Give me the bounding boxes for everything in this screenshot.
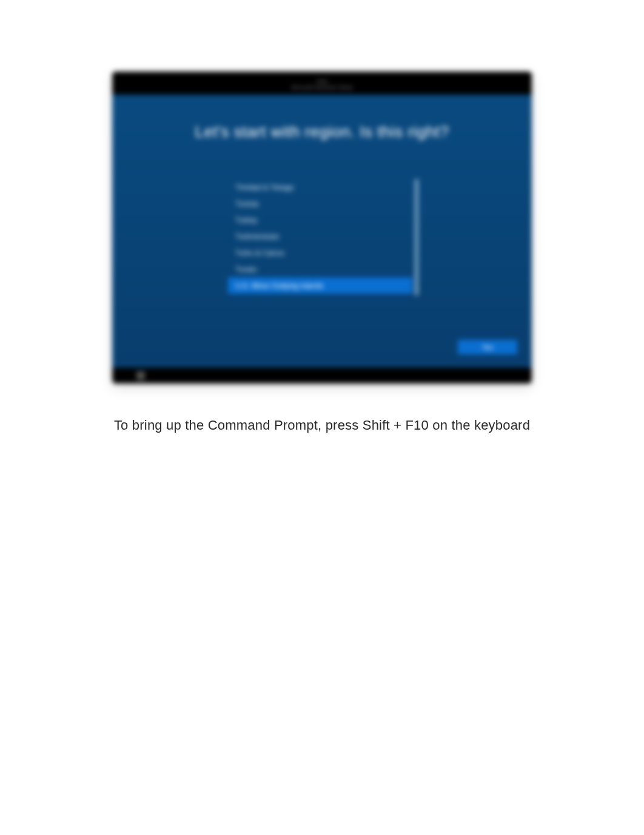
oobe-heading: Let's start with region. Is this right? xyxy=(195,123,449,141)
oobe-region-screen: Let's start with region. Is this right? … xyxy=(112,95,532,368)
windows-oobe-screenshot: Setup Microsoft Windows Setup Let's star… xyxy=(112,72,532,384)
scrollbar-thumb[interactable] xyxy=(415,179,418,296)
accessibility-icon[interactable] xyxy=(136,371,145,380)
titlebar-text-1: Setup xyxy=(317,79,327,83)
titlebar-text-2: Microsoft Windows Setup xyxy=(291,84,353,90)
region-item[interactable]: Trinidad & Tobago xyxy=(228,179,416,195)
region-item[interactable]: Tuvalu xyxy=(228,261,416,277)
taskbar xyxy=(112,368,532,384)
document-page: Setup Microsoft Windows Setup Let's star… xyxy=(0,0,644,433)
region-item[interactable]: Turkey xyxy=(228,212,416,228)
instruction-caption: To bring up the Command Prompt, press Sh… xyxy=(0,418,644,433)
region-item[interactable]: Tunisia xyxy=(228,195,416,212)
region-list[interactable]: Trinidad & Tobago Tunisia Turkey Turkmen… xyxy=(228,179,416,294)
region-item[interactable]: Turkmenistan xyxy=(228,228,416,245)
yes-button[interactable]: Yes xyxy=(458,340,517,354)
region-item-selected[interactable]: U.S. Minor Outlying Islands xyxy=(228,277,412,294)
region-item[interactable]: Turks & Caicos xyxy=(228,245,416,261)
window-titlebar: Setup Microsoft Windows Setup xyxy=(112,72,532,95)
